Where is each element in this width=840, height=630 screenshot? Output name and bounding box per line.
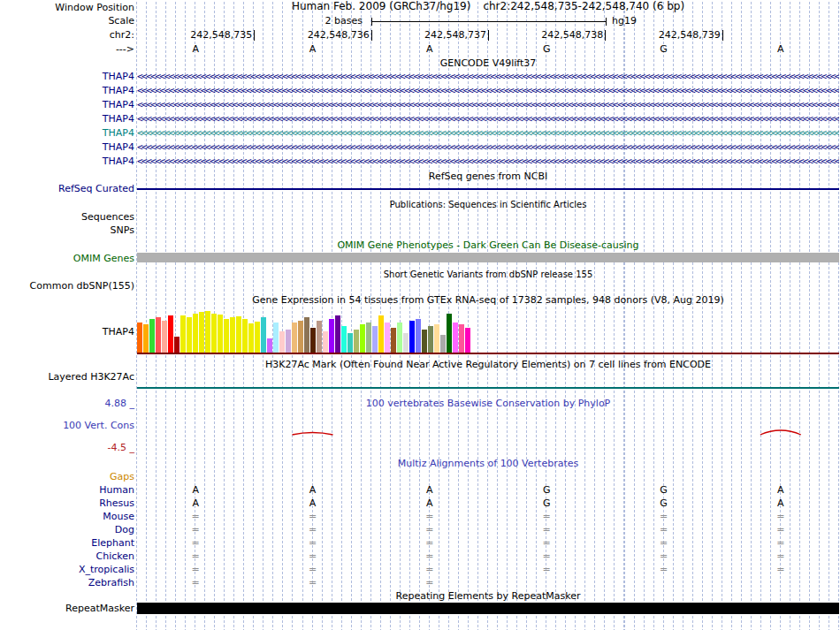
- gtex-bar[interactable]: [267, 338, 272, 353]
- gtex-bar[interactable]: [409, 321, 415, 353]
- multiz-cell: A: [416, 484, 443, 496]
- gtex-bar[interactable]: [137, 323, 142, 353]
- sequences-label[interactable]: Sequences: [81, 211, 134, 223]
- gtex-bar[interactable]: [341, 326, 347, 353]
- multiz-species-label[interactable]: Gaps: [110, 471, 134, 482]
- gtex-bar[interactable]: [149, 319, 155, 353]
- gtex-bar[interactable]: [156, 317, 161, 353]
- gtex-bar[interactable]: [385, 323, 390, 353]
- gtex-bar[interactable]: [310, 328, 316, 353]
- gtex-bar[interactable]: [323, 331, 328, 353]
- gtex-bar[interactable]: [286, 330, 291, 353]
- gtex-bar[interactable]: [180, 315, 186, 353]
- snps-label[interactable]: SNPs: [111, 224, 134, 236]
- phylop-track-label[interactable]: 100 Vert. Cons: [63, 420, 134, 431]
- multiz-species-label[interactable]: Rhesus: [99, 497, 134, 509]
- gencode-transcript-arrows[interactable]: <<<<<<<<<<<<<<<<<<<<<<<<<<<<<<<<<<<<<<<<…: [137, 99, 839, 110]
- gtex-bar[interactable]: [292, 323, 297, 353]
- gtex-bar[interactable]: [317, 321, 322, 353]
- gtex-bar[interactable]: [248, 323, 254, 353]
- gtex-bar[interactable]: [304, 317, 309, 353]
- omim-gene-item[interactable]: [137, 253, 839, 262]
- multiz-species-label[interactable]: Elephant: [91, 537, 134, 549]
- multiz-cell: =: [182, 550, 209, 562]
- gtex-bar[interactable]: [211, 314, 217, 353]
- multiz-cell: =: [767, 511, 794, 522]
- strand-arrow-label: --->: [116, 43, 134, 55]
- gencode-transcript-label[interactable]: THAP4: [103, 156, 134, 167]
- gtex-bar[interactable]: [391, 328, 396, 353]
- gtex-bar[interactable]: [453, 323, 458, 353]
- gtex-bar[interactable]: [143, 324, 149, 353]
- gtex-bar[interactable]: [187, 317, 192, 353]
- gtex-bar[interactable]: [465, 328, 470, 353]
- gtex-bar[interactable]: [242, 319, 248, 353]
- multiz-cell: =: [300, 511, 326, 522]
- gencode-transcript-arrows[interactable]: <<<<<<<<<<<<<<<<<<<<<<<<<<<<<<<<<<<<<<<<…: [137, 156, 839, 167]
- gtex-bar[interactable]: [174, 337, 179, 353]
- gencode-transcript-label[interactable]: THAP4: [103, 99, 134, 110]
- gtex-bar[interactable]: [416, 319, 421, 353]
- gencode-transcript-label[interactable]: THAP4: [103, 141, 134, 153]
- gtex-bar[interactable]: [428, 326, 433, 353]
- gtex-bar[interactable]: [422, 330, 427, 353]
- phylop-max-label: 4.88 _: [105, 398, 135, 409]
- refseq-curated-label[interactable]: RefSeq Curated: [58, 183, 134, 194]
- ruler-base: A: [767, 43, 794, 55]
- multiz-species-label[interactable]: Chicken: [96, 550, 134, 562]
- gtex-bar[interactable]: [255, 322, 260, 353]
- multiz-species-label[interactable]: X_tropicalis: [79, 564, 134, 575]
- gtex-bar[interactable]: [403, 333, 409, 353]
- gtex-bar[interactable]: [279, 331, 285, 353]
- gencode-transcript-arrows[interactable]: <<<<<<<<<<<<<<<<<<<<<<<<<<<<<<<<<<<<<<<<…: [137, 113, 839, 125]
- repeatmasker-item[interactable]: [137, 603, 839, 614]
- ruler-number: 242,548,739: [659, 29, 721, 41]
- gtex-bar[interactable]: [193, 314, 198, 353]
- gtex-bar[interactable]: [447, 314, 452, 353]
- multiz-cell: =: [300, 550, 326, 562]
- gtex-bar[interactable]: [236, 316, 241, 353]
- gtex-bar[interactable]: [199, 312, 204, 353]
- gtex-bar[interactable]: [459, 324, 464, 353]
- gtex-bar[interactable]: [366, 323, 371, 353]
- gtex-bar[interactable]: [298, 321, 303, 353]
- gencode-transcript-arrows[interactable]: <<<<<<<<<<<<<<<<<<<<<<<<<<<<<<<<<<<<<<<<…: [137, 71, 839, 82]
- gtex-bar[interactable]: [329, 319, 334, 353]
- gtex-bar[interactable]: [397, 323, 402, 353]
- gtex-bar[interactable]: [205, 311, 210, 353]
- gtex-bar[interactable]: [261, 317, 266, 353]
- gencode-transcript-label[interactable]: THAP4: [103, 85, 134, 96]
- gtex-gene-label[interactable]: THAP4: [103, 326, 134, 338]
- gtex-bar[interactable]: [273, 323, 279, 353]
- multiz-species-label[interactable]: Zebrafish: [88, 577, 134, 588]
- multiz-cell: =: [416, 524, 443, 535]
- gtex-bar[interactable]: [230, 317, 235, 353]
- multiz-species-label[interactable]: Mouse: [103, 511, 134, 522]
- multiz-species-label[interactable]: Dog: [115, 524, 134, 535]
- multiz-cell: =: [651, 511, 677, 522]
- gtex-bar[interactable]: [354, 330, 359, 353]
- omim-genes-label[interactable]: OMIM Genes: [73, 253, 134, 264]
- gencode-transcript-label[interactable]: THAP4: [103, 71, 134, 82]
- dbsnp-label[interactable]: Common dbSNP(155): [30, 280, 134, 292]
- h3k27ac-label[interactable]: Layered H3K27Ac: [48, 371, 134, 383]
- refseq-gene-item[interactable]: [137, 188, 839, 190]
- gtex-bar[interactable]: [372, 326, 378, 353]
- gtex-bar[interactable]: [378, 315, 384, 353]
- gencode-transcript-arrows[interactable]: <<<<<<<<<<<<<<<<<<<<<<<<<<<<<<<<<<<<<<<<…: [137, 85, 839, 96]
- gencode-transcript-label[interactable]: THAP4: [103, 127, 134, 139]
- gtex-bar[interactable]: [224, 319, 229, 353]
- gtex-bar[interactable]: [162, 321, 167, 353]
- gencode-transcript-arrows[interactable]: <<<<<<<<<<<<<<<<<<<<<<<<<<<<<<<<<<<<<<<<…: [137, 127, 839, 139]
- gtex-bar[interactable]: [434, 324, 439, 353]
- gtex-bar[interactable]: [440, 335, 446, 353]
- repeatmasker-label[interactable]: RepeatMasker: [65, 603, 134, 614]
- gencode-transcript-arrows[interactable]: <<<<<<<<<<<<<<<<<<<<<<<<<<<<<<<<<<<<<<<<…: [137, 141, 839, 153]
- gtex-bar[interactable]: [168, 315, 173, 353]
- gtex-bar[interactable]: [360, 324, 365, 353]
- gtex-bar[interactable]: [347, 333, 353, 353]
- gtex-bar[interactable]: [335, 315, 340, 353]
- gencode-transcript-label[interactable]: THAP4: [103, 113, 134, 125]
- gtex-bar[interactable]: [218, 315, 223, 353]
- multiz-species-label[interactable]: Human: [99, 484, 134, 496]
